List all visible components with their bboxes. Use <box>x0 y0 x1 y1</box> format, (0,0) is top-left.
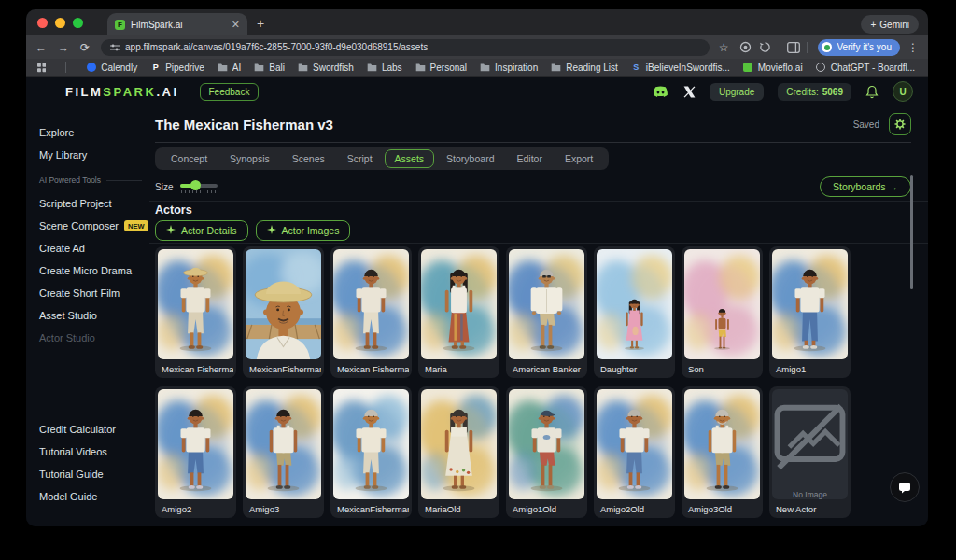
verify-profile-button[interactable]: Verify it's you <box>818 39 900 56</box>
sidebar-item-tutorial-videos[interactable]: Tutorial Videos <box>39 446 142 457</box>
bookmark-item[interactable]: Calendly <box>86 63 137 73</box>
sidebar-item-create-micro-drama[interactable]: Create Micro Drama <box>39 265 142 276</box>
actor-image[interactable] <box>772 249 848 359</box>
actor-card[interactable]: Son <box>682 246 763 378</box>
actor-image[interactable] <box>246 389 321 499</box>
size-slider[interactable] <box>180 180 218 193</box>
content-scrollbar[interactable] <box>910 175 913 289</box>
sidebar-item-asset-studio[interactable]: Asset Studio <box>39 310 142 321</box>
notifications-bell-icon[interactable] <box>865 85 879 99</box>
sidebar-item-my-library[interactable]: My Library <box>39 149 142 161</box>
slider-knob[interactable] <box>190 180 201 190</box>
actor-card[interactable]: American Banker <box>506 246 587 378</box>
bookmark-item[interactable]: Personal <box>415 63 467 73</box>
actor-image[interactable] <box>246 249 321 359</box>
actor-image[interactable] <box>158 249 233 359</box>
bookmark-item[interactable]: Reading List <box>551 63 618 73</box>
sidebar-item-tutorial-guide[interactable]: Tutorial Guide <box>39 469 142 480</box>
actor-image[interactable] <box>597 249 672 359</box>
bookmark-item[interactable]: ChatGPT - Boardfl... <box>816 63 915 73</box>
tab-storyboard[interactable]: Storyboard <box>436 149 504 168</box>
folder-icon <box>367 63 377 73</box>
feedback-button[interactable]: Feedback <box>200 83 260 101</box>
close-tab-icon[interactable]: ✕ <box>232 20 240 30</box>
passwords-icon[interactable] <box>739 41 752 53</box>
bookmark-item[interactable]: AI <box>218 63 241 73</box>
actor-image[interactable] <box>509 249 584 359</box>
close-window-button[interactable] <box>37 18 48 28</box>
tab-editor[interactable]: Editor <box>506 149 552 168</box>
sidepanel-icon[interactable] <box>787 42 800 53</box>
reload-icon[interactable]: ⟳ <box>80 41 90 54</box>
actor-card[interactable]: Amigo3 <box>243 386 324 518</box>
actor-card[interactable]: Amigo2Old <box>594 386 675 518</box>
gemini-button[interactable]: + Gemini <box>861 15 919 34</box>
tab-assets[interactable]: Assets <box>385 149 435 168</box>
actor-card[interactable]: Daughter <box>594 246 675 378</box>
actor-card[interactable]: No ImageNew Actor <box>769 386 851 518</box>
actor-image[interactable]: No Image <box>772 389 848 499</box>
actor-image[interactable] <box>333 249 409 359</box>
actor-card[interactable]: Amigo1Old <box>506 386 587 518</box>
actor-card[interactable]: MexicanFishermanCU <box>243 246 324 378</box>
bookmark-item[interactable]: PPipedrive <box>150 63 204 73</box>
actor-card[interactable]: Amigo1 <box>769 246 851 378</box>
address-bar[interactable]: app.filmspark.ai/canvas/019a7f6c-2855-70… <box>101 39 710 56</box>
actor-images-button[interactable]: Actor Images <box>256 220 351 241</box>
sidebar-item-model-guide[interactable]: Model Guide <box>39 491 142 502</box>
actor-card[interactable]: Maria <box>418 246 499 378</box>
browser-menu-icon[interactable]: ⋮ <box>907 41 919 54</box>
user-avatar[interactable]: U <box>893 81 913 102</box>
sidebar-item-create-ad[interactable]: Create Ad <box>39 243 142 254</box>
zoom-window-button[interactable] <box>73 18 83 28</box>
filmspark-logo[interactable]: FILMSPARK.AI <box>65 85 179 99</box>
actor-image[interactable] <box>421 389 497 499</box>
actor-card[interactable]: Amigo3Old <box>682 386 763 518</box>
actor-card[interactable]: MexicanFishermanOld <box>330 386 412 518</box>
sidebar-item-create-short-film[interactable]: Create Short Film <box>39 287 142 299</box>
actor-card[interactable]: Mexican Fisherman <box>155 246 236 378</box>
actor-image[interactable] <box>684 249 760 359</box>
minimize-window-button[interactable] <box>55 18 65 28</box>
actor-card[interactable]: Mexican Fisherman2 <box>330 246 412 378</box>
tab-synopsis[interactable]: Synopsis <box>219 149 280 168</box>
bookmark-item[interactable]: Movieflo.ai <box>743 63 803 73</box>
tab-scenes[interactable]: Scenes <box>282 149 335 168</box>
bookmark-item[interactable]: SiBelieveInSwordfis... <box>631 63 730 73</box>
actor-image[interactable] <box>421 249 497 359</box>
history-icon[interactable] <box>759 41 771 53</box>
actor-image[interactable] <box>684 389 760 499</box>
sidebar-item-scripted-project[interactable]: Scripted Project <box>39 198 142 209</box>
actor-card[interactable]: Amigo2 <box>155 386 236 518</box>
actor-image[interactable] <box>597 389 672 499</box>
main-content: The Mexican Fisherman v3 Saved ConceptSy… <box>149 106 928 526</box>
tab-export[interactable]: Export <box>555 149 603 168</box>
actor-image[interactable] <box>509 389 584 499</box>
discord-icon[interactable] <box>652 85 669 99</box>
actor-image[interactable] <box>333 389 409 499</box>
chat-widget-button[interactable] <box>890 472 920 502</box>
forward-icon[interactable]: → <box>58 41 69 54</box>
sidebar-item-credit-calculator[interactable]: Credit Calculator <box>39 424 142 435</box>
bookmark-item[interactable]: Bali <box>254 63 285 73</box>
x-twitter-icon[interactable] <box>683 86 696 98</box>
bookmark-item[interactable]: Inspiration <box>480 63 538 73</box>
actor-image[interactable] <box>158 389 233 499</box>
tab-concept[interactable]: Concept <box>161 149 218 168</box>
bookmark-item[interactable]: Labs <box>367 63 402 73</box>
browser-tab[interactable]: F FilmSpark.ai ✕ <box>107 13 247 35</box>
actor-details-button[interactable]: Actor Details <box>155 220 248 241</box>
project-settings-button[interactable] <box>889 113 911 135</box>
site-settings-icon[interactable] <box>110 43 120 52</box>
storyboards-button[interactable]: Storyboards → <box>820 176 911 197</box>
bookmark-item[interactable]: Swordfish <box>298 63 354 73</box>
bookmark-star-icon[interactable]: ☆ <box>719 41 729 54</box>
tab-script[interactable]: Script <box>337 149 383 168</box>
sidebar-item-scene-composer[interactable]: Scene ComposerNEW <box>39 220 142 231</box>
sidebar-item-explore[interactable]: Explore <box>39 127 142 138</box>
new-tab-button[interactable]: + <box>257 16 264 31</box>
back-icon[interactable]: ← <box>35 41 47 54</box>
upgrade-button[interactable]: Upgrade <box>710 83 764 101</box>
apps-grid-icon[interactable] <box>37 63 46 73</box>
actor-card[interactable]: MariaOld <box>418 386 499 518</box>
